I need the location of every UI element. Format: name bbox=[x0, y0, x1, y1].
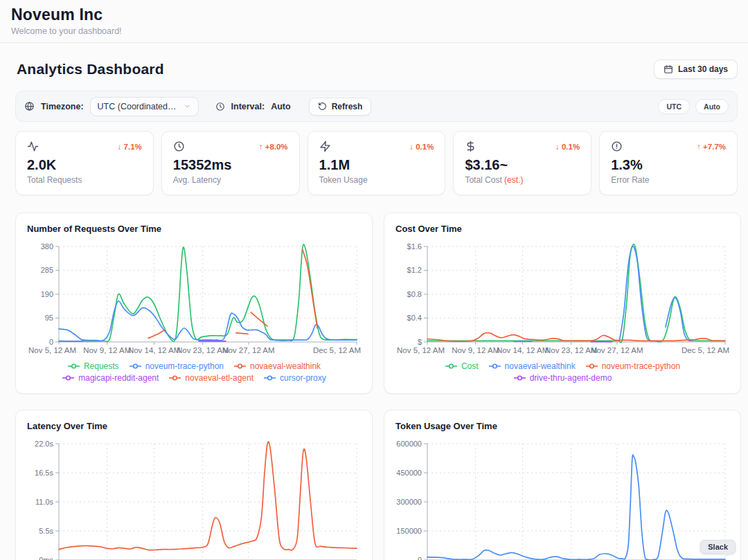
clock-icon bbox=[215, 102, 225, 111]
chart-canvas[interactable]: 6000004500003000001500000Nov 5, 12 AMNov… bbox=[395, 437, 729, 560]
legend-marker-icon bbox=[67, 363, 80, 370]
token-chart-plot: 6000004500003000001500000Nov 5, 12 AMNov… bbox=[395, 437, 729, 560]
chart-canvas[interactable]: $1.6$1.2$0.8$0.4$Nov 5, 12 AMNov 9, 12 A… bbox=[395, 240, 729, 359]
stat-trend: ↑ +8.0% bbox=[259, 143, 288, 151]
interval-label: Interval: bbox=[231, 102, 265, 111]
stat-label: Token Usage bbox=[319, 175, 434, 185]
dollar-icon bbox=[465, 141, 477, 152]
legend-item[interactable]: magicapi-reddit-agent bbox=[62, 373, 159, 383]
refresh-button[interactable]: Refresh bbox=[309, 98, 372, 116]
legend-marker-icon bbox=[263, 374, 276, 381]
timezone-badge: UTC bbox=[658, 99, 690, 114]
svg-text:380: 380 bbox=[41, 242, 53, 251]
main-content: Analytics Dashboard Last 30 days Timezon… bbox=[0, 43, 748, 560]
chart-card-tokens: Token Usage Over Time 600000450000300000… bbox=[384, 410, 741, 560]
timezone-value: UTC (Coordinated… bbox=[98, 102, 177, 111]
svg-text:5.5s: 5.5s bbox=[39, 527, 53, 535]
svg-text:0ms: 0ms bbox=[39, 556, 53, 560]
date-range-button[interactable]: Last 30 days bbox=[654, 60, 738, 79]
stat-trend: ↓ 7.1% bbox=[118, 143, 142, 151]
chart-title: Latency Over Time bbox=[27, 421, 361, 431]
app-title: Noveum Inc bbox=[11, 6, 737, 24]
svg-text:Nov 5, 12 AM: Nov 5, 12 AM bbox=[28, 346, 76, 354]
svg-text:$1.2: $1.2 bbox=[407, 266, 422, 274]
clock-icon bbox=[173, 141, 185, 152]
stat-label: Total Requests bbox=[27, 175, 142, 185]
svg-text:190: 190 bbox=[41, 290, 53, 298]
legend-item[interactable]: novaeval-wealthink bbox=[488, 361, 576, 371]
stat-value: 15352ms bbox=[173, 157, 288, 173]
legend-item[interactable]: noveum-trace-python bbox=[129, 361, 224, 371]
app-subtitle: Welcome to your dashboard! bbox=[11, 26, 737, 36]
slack-badge[interactable]: Slack bbox=[700, 540, 736, 554]
requests-chart-plot: 380285190950Nov 5, 12 AMNov 9, 12 AMNov … bbox=[27, 240, 361, 359]
chart-card-cost: Cost Over Time $1.6$1.2$0.8$0.4$Nov 5, 1… bbox=[384, 213, 741, 394]
svg-text:$0.8: $0.8 bbox=[407, 290, 422, 298]
chart-title: Cost Over Time bbox=[395, 224, 729, 234]
stat-card: ↓ 0.1% $3.16~ Total Cost (est.) bbox=[453, 131, 591, 195]
activity-icon bbox=[27, 141, 39, 152]
date-range-label: Last 30 days bbox=[678, 64, 728, 74]
svg-text:16.5s: 16.5s bbox=[35, 469, 53, 477]
legend-item[interactable]: novaeval-etl-agent bbox=[168, 373, 253, 383]
legend-item[interactable]: cursor-proxy bbox=[263, 373, 326, 383]
chart-card-requests: Number of Requests Over Time 38028519095… bbox=[15, 213, 373, 394]
legend-item[interactable]: Cost bbox=[445, 361, 479, 371]
svg-text:450000: 450000 bbox=[396, 469, 422, 477]
svg-text:300000: 300000 bbox=[396, 498, 422, 506]
chevron-down-icon bbox=[184, 102, 191, 110]
chart-title: Token Usage Over Time bbox=[395, 421, 729, 431]
stat-label: Avg. Latency bbox=[173, 175, 288, 185]
legend-marker-icon bbox=[62, 374, 75, 381]
svg-text:95: 95 bbox=[45, 314, 53, 322]
timezone-label: Timezone: bbox=[41, 102, 84, 111]
svg-text:0: 0 bbox=[418, 556, 422, 560]
svg-text:150000: 150000 bbox=[396, 527, 422, 535]
stat-value: 2.0K bbox=[27, 157, 142, 173]
stat-label: Total Cost (est.) bbox=[465, 175, 580, 185]
timezone-select[interactable]: UTC (Coordinated… bbox=[90, 97, 199, 116]
page-title: Analytics Dashboard bbox=[17, 61, 164, 78]
latency-chart-plot: 22.0s16.5s11.0s5.5s0msNov 5, 12 AMNov 9,… bbox=[27, 437, 361, 560]
app-header: Noveum Inc Welcome to your dashboard! bbox=[0, 0, 748, 43]
chart-canvas[interactable]: 22.0s16.5s11.0s5.5s0msNov 5, 12 AMNov 9,… bbox=[27, 437, 361, 560]
refresh-icon bbox=[318, 102, 327, 111]
legend-marker-icon bbox=[488, 363, 501, 370]
stat-value: $3.16~ bbox=[465, 157, 580, 173]
stat-trend: ↓ 0.1% bbox=[409, 143, 434, 151]
svg-text:Nov 27, 12 AM: Nov 27, 12 AM bbox=[591, 346, 643, 354]
charts-grid: Number of Requests Over Time 38028519095… bbox=[15, 213, 738, 560]
stat-card: ↑ +8.0% 15352ms Avg. Latency bbox=[161, 131, 300, 195]
chart-canvas[interactable]: 380285190950Nov 5, 12 AMNov 9, 12 AMNov … bbox=[27, 240, 361, 359]
stat-card: ↑ +7.7% 1.3% Error Rate bbox=[599, 131, 738, 195]
svg-text:Nov 23, 12 AM: Nov 23, 12 AM bbox=[545, 346, 597, 354]
legend-item[interactable]: novaeval-wealthink bbox=[233, 361, 321, 371]
legend-marker-icon bbox=[445, 363, 458, 370]
svg-text:Nov 14, 12 AM: Nov 14, 12 AM bbox=[128, 346, 180, 354]
svg-text:Nov 5, 12 AM: Nov 5, 12 AM bbox=[397, 346, 445, 354]
svg-text:$1.6: $1.6 bbox=[407, 242, 422, 251]
svg-text:Dec 5, 12 AM: Dec 5, 12 AM bbox=[313, 346, 361, 354]
legend-item[interactable]: noveum-trace-python bbox=[585, 361, 680, 371]
legend-item[interactable]: drive-thru-agent-demo bbox=[513, 373, 612, 383]
stat-trend: ↑ +7.7% bbox=[697, 143, 726, 151]
svg-text:Nov 9, 12 AM: Nov 9, 12 AM bbox=[83, 346, 131, 354]
svg-text:Nov 14, 12 AM: Nov 14, 12 AM bbox=[497, 346, 549, 354]
legend-item[interactable]: Requests bbox=[67, 361, 119, 371]
chart-title: Number of Requests Over Time bbox=[27, 224, 361, 234]
svg-text:22.0s: 22.0s bbox=[35, 440, 53, 448]
toolbar: Timezone: UTC (Coordinated… Interval: Au… bbox=[15, 91, 738, 122]
stat-trend: ↓ 0.1% bbox=[555, 143, 580, 151]
svg-text:Nov 27, 12 AM: Nov 27, 12 AM bbox=[222, 346, 274, 354]
svg-text:285: 285 bbox=[41, 266, 53, 274]
svg-text:Nov 23, 12 AM: Nov 23, 12 AM bbox=[177, 346, 229, 354]
stat-value: 1.1M bbox=[319, 157, 434, 173]
chart-legend: Requestsnoveum-trace-pythonnovaeval-weal… bbox=[27, 361, 361, 383]
chart-card-latency: Latency Over Time 22.0s16.5s11.0s5.5s0ms… bbox=[15, 410, 373, 560]
interval-value: Auto bbox=[271, 102, 290, 111]
interval-badge: Auto bbox=[695, 99, 729, 114]
legend-marker-icon bbox=[233, 363, 247, 370]
chart-legend: Costnovaeval-wealthinknoveum-trace-pytho… bbox=[395, 361, 729, 383]
stat-value: 1.3% bbox=[611, 157, 726, 173]
stat-label: Error Rate bbox=[611, 175, 726, 185]
